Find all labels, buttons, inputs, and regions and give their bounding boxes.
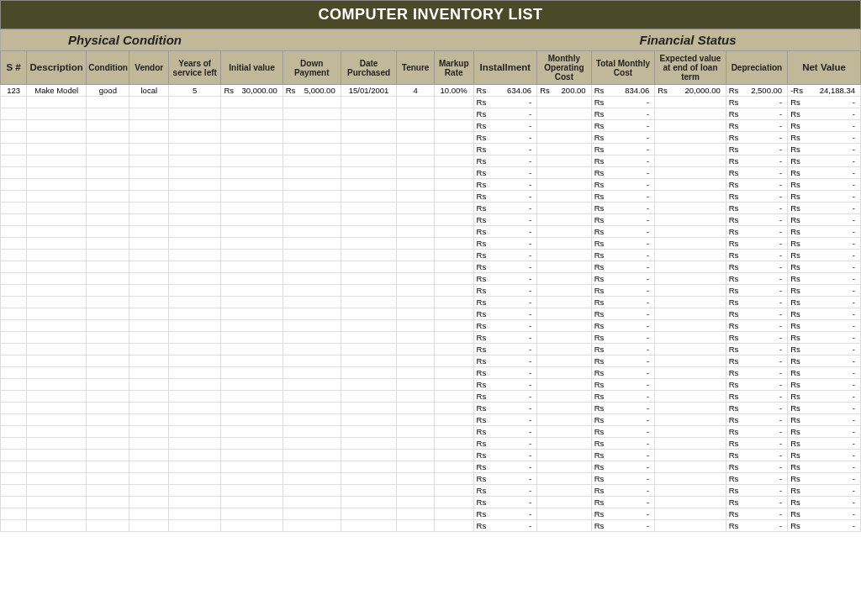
- cell[interactable]: Rs-: [788, 520, 861, 532]
- cell[interactable]: [434, 379, 473, 391]
- cell[interactable]: [655, 485, 726, 497]
- cell[interactable]: [397, 167, 434, 179]
- cell[interactable]: [129, 203, 169, 214]
- cell[interactable]: Rs-: [788, 450, 861, 461]
- cell[interactable]: [397, 497, 434, 508]
- cell[interactable]: [655, 367, 726, 379]
- cell[interactable]: [221, 320, 283, 332]
- cell[interactable]: [1, 414, 27, 426]
- cell[interactable]: [655, 426, 726, 438]
- cell[interactable]: [397, 191, 434, 203]
- cell[interactable]: [169, 473, 221, 485]
- cell[interactable]: [655, 355, 726, 367]
- cell[interactable]: [129, 508, 169, 520]
- cell[interactable]: [87, 485, 129, 497]
- cell[interactable]: Rs-: [788, 285, 861, 297]
- cell[interactable]: [283, 97, 341, 108]
- cell[interactable]: Rs-: [591, 308, 655, 320]
- col-init[interactable]: Initial value: [221, 51, 283, 85]
- cell[interactable]: [283, 226, 341, 238]
- cell[interactable]: [27, 320, 87, 332]
- cell[interactable]: Rs-: [726, 144, 787, 155]
- cell[interactable]: [87, 273, 129, 285]
- cell[interactable]: 10.00%: [434, 85, 473, 97]
- cell[interactable]: [169, 438, 221, 450]
- cell[interactable]: [129, 132, 169, 144]
- cell[interactable]: [341, 167, 397, 179]
- cell[interactable]: [341, 332, 397, 344]
- cell[interactable]: Rs-: [788, 320, 861, 332]
- col-inst[interactable]: Installment: [473, 51, 537, 85]
- cell[interactable]: [87, 520, 129, 532]
- cell[interactable]: [221, 261, 283, 273]
- cell[interactable]: [434, 508, 473, 520]
- cell[interactable]: [434, 167, 473, 179]
- cell[interactable]: [341, 438, 397, 450]
- cell[interactable]: [341, 473, 397, 485]
- cell[interactable]: Rs-: [788, 391, 861, 403]
- cell[interactable]: [1, 203, 27, 214]
- cell[interactable]: [283, 132, 341, 144]
- cell[interactable]: [129, 308, 169, 320]
- col-date[interactable]: Date Purchased: [341, 51, 397, 85]
- cell[interactable]: [27, 379, 87, 391]
- cell[interactable]: [1, 155, 27, 167]
- cell[interactable]: [537, 132, 591, 144]
- cell[interactable]: Rs-: [788, 414, 861, 426]
- cell[interactable]: [283, 214, 341, 226]
- cell[interactable]: [434, 391, 473, 403]
- cell[interactable]: Rs-: [473, 391, 537, 403]
- cell[interactable]: [87, 214, 129, 226]
- cell[interactable]: Rs-: [473, 238, 537, 250]
- cell[interactable]: [27, 285, 87, 297]
- cell[interactable]: [655, 238, 726, 250]
- cell[interactable]: [1, 450, 27, 461]
- cell[interactable]: [434, 214, 473, 226]
- cell[interactable]: [87, 426, 129, 438]
- cell[interactable]: Rs-: [788, 97, 861, 108]
- cell[interactable]: [397, 344, 434, 355]
- cell[interactable]: [87, 367, 129, 379]
- cell[interactable]: [221, 144, 283, 155]
- cell[interactable]: Rs-: [591, 214, 655, 226]
- cell[interactable]: [397, 355, 434, 367]
- cell[interactable]: [341, 485, 397, 497]
- cell[interactable]: [129, 403, 169, 414]
- cell[interactable]: [434, 461, 473, 473]
- cell[interactable]: Rs-: [473, 261, 537, 273]
- cell[interactable]: Rs-: [591, 379, 655, 391]
- cell[interactable]: Rs-: [591, 144, 655, 155]
- cell[interactable]: Rs-: [591, 473, 655, 485]
- cell[interactable]: [129, 155, 169, 167]
- cell[interactable]: [397, 403, 434, 414]
- cell[interactable]: Rs-: [726, 344, 787, 355]
- cell[interactable]: [87, 414, 129, 426]
- cell[interactable]: [434, 426, 473, 438]
- cell[interactable]: [397, 520, 434, 532]
- cell[interactable]: [221, 203, 283, 214]
- cell[interactable]: Rs-: [473, 438, 537, 450]
- cell[interactable]: [397, 308, 434, 320]
- cell[interactable]: [169, 179, 221, 191]
- cell[interactable]: Rs-: [788, 473, 861, 485]
- cell[interactable]: [655, 97, 726, 108]
- cell[interactable]: [341, 461, 397, 473]
- cell[interactable]: [341, 97, 397, 108]
- cell[interactable]: [434, 108, 473, 120]
- cell[interactable]: [87, 285, 129, 297]
- cell[interactable]: [221, 214, 283, 226]
- cell[interactable]: [537, 367, 591, 379]
- cell[interactable]: [27, 497, 87, 508]
- cell[interactable]: Rs-: [473, 203, 537, 214]
- cell[interactable]: Rs-: [591, 273, 655, 285]
- cell[interactable]: [537, 379, 591, 391]
- cell[interactable]: [434, 320, 473, 332]
- cell[interactable]: [169, 308, 221, 320]
- cell[interactable]: [221, 250, 283, 261]
- cell[interactable]: Rs-: [591, 97, 655, 108]
- cell[interactable]: [221, 97, 283, 108]
- cell[interactable]: [341, 391, 397, 403]
- cell[interactable]: [397, 214, 434, 226]
- cell[interactable]: [129, 391, 169, 403]
- cell[interactable]: [129, 179, 169, 191]
